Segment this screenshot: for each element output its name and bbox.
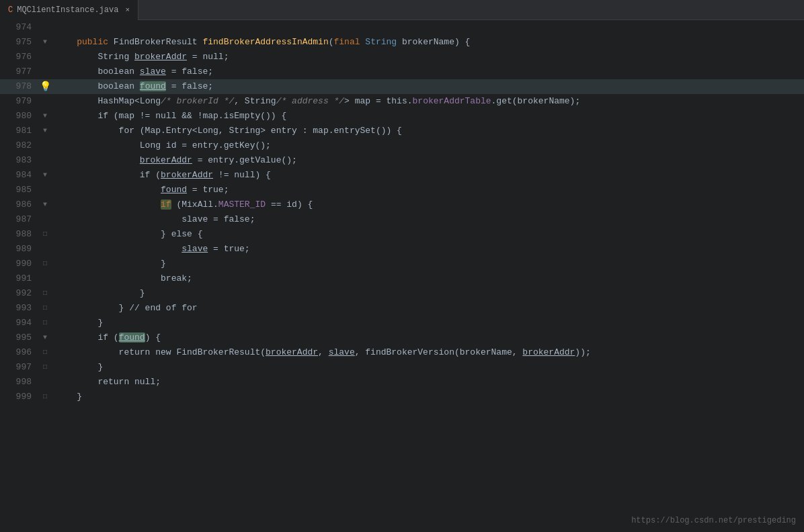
code-token: break;: [56, 273, 192, 283]
line-content: String brokerAddr = null;: [53, 50, 804, 64]
code-token: } // end of for: [56, 303, 198, 313]
line-content: return null;: [53, 375, 804, 390]
code-token: , findBrokerVersion(brokerName,: [355, 347, 523, 357]
unfold-icon[interactable]: □: [43, 360, 47, 375]
code-token: = null;: [187, 52, 229, 62]
line-number: 988: [0, 227, 37, 242]
code-token: if (map != null && !map.isEmpty()) {: [56, 111, 286, 121]
line-content: slave = true;: [53, 242, 804, 257]
line-content: return new FindBrokerResult(brokerAddr, …: [53, 345, 804, 360]
code-token: brokerAddrTable: [413, 96, 491, 106]
code-token: brokerName: [402, 37, 454, 47]
table-row: 987 slave = false;: [0, 212, 804, 227]
code-token: slave: [182, 244, 208, 254]
code-token: = false;: [166, 66, 213, 77]
code-token: ,: [318, 347, 329, 357]
code-token: found: [119, 332, 145, 343]
line-content: }: [53, 257, 804, 271]
line-number: 992: [0, 286, 37, 301]
code-token: > map = this.: [344, 96, 412, 106]
line-number: 976: [0, 50, 37, 64]
code-token: brokerAddr: [161, 170, 213, 180]
line-content: Long id = entry.getKey();: [53, 138, 804, 153]
code-token: }: [56, 259, 166, 269]
line-number: 983: [0, 153, 37, 168]
unfold-icon[interactable]: □: [43, 316, 47, 330]
unfold-icon[interactable]: □: [43, 227, 47, 242]
tab-file-icon: C: [8, 5, 13, 15]
table-row: 977 boolean slave = false;: [0, 64, 804, 79]
code-token: }: [56, 392, 82, 402]
line-number: 991: [0, 271, 37, 286]
table-row: 984▼ if (brokerAddr != null) {: [0, 168, 804, 183]
code-token: if (: [56, 170, 161, 180]
line-number: 982: [0, 138, 37, 153]
line-gutter: 💡: [37, 79, 53, 94]
table-row: 975▼ public FindBrokerResult findBrokerA…: [0, 35, 804, 50]
line-gutter: □: [37, 227, 53, 242]
code-token: = entry.getValue();: [192, 155, 297, 165]
fold-icon[interactable]: ▼: [43, 109, 47, 124]
tab-filename: MQClientInstance.java: [17, 5, 118, 15]
code-token: = true;: [187, 185, 229, 195]
code-token: <Long, String>: [192, 126, 266, 136]
line-content: }: [53, 360, 804, 375]
line-content: }: [53, 316, 804, 330]
code-token: FindBrokerResult: [108, 37, 202, 47]
line-content: break;: [53, 271, 804, 286]
line-number: 993: [0, 301, 37, 316]
table-row: 974: [0, 20, 804, 35]
unfold-icon[interactable]: □: [43, 345, 47, 360]
line-gutter: ▼: [37, 168, 53, 183]
table-row: 978💡 boolean found = false;: [0, 79, 804, 94]
table-row: 983 brokerAddr = entry.getValue();: [0, 153, 804, 168]
line-number: 984: [0, 168, 37, 183]
code-token: <Long: [134, 96, 161, 106]
unfold-icon[interactable]: □: [43, 390, 47, 404]
table-row: 988□ } else {: [0, 227, 804, 242]
code-token: [56, 244, 182, 254]
line-number: 978: [0, 79, 37, 94]
table-row: 997□ }: [0, 360, 804, 375]
line-gutter: ▼: [37, 330, 53, 345]
line-content: } else {: [53, 227, 804, 242]
line-number: 986: [0, 197, 37, 212]
code-token: .get(brokerName);: [491, 96, 581, 106]
code-token: (MixAll.: [171, 200, 218, 210]
code-token: boolean: [56, 81, 140, 91]
editor-container: 974975▼ public FindBrokerResult findBrok…: [0, 20, 804, 532]
code-token: return null;: [56, 377, 161, 387]
line-number: 980: [0, 109, 37, 124]
fold-icon[interactable]: ▼: [43, 330, 47, 345]
table-row: 979 HashMap<Long/* brokerId */, String/*…: [0, 94, 804, 109]
fold-icon[interactable]: ▼: [43, 168, 47, 183]
code-token: findBrokerAddressInAdmin: [202, 37, 328, 47]
code-token: (: [329, 37, 334, 47]
unfold-icon[interactable]: □: [43, 257, 47, 271]
line-gutter: □: [37, 316, 53, 330]
code-token: Long id = entry.getKey();: [56, 140, 271, 150]
unfold-icon[interactable]: □: [43, 301, 47, 316]
line-content: boolean slave = false;: [53, 64, 804, 79]
bulb-icon: 💡: [40, 79, 51, 94]
line-number: 974: [0, 20, 37, 35]
code-token: String: [360, 37, 402, 47]
code-token: [56, 200, 161, 210]
line-number: 990: [0, 257, 37, 271]
code-token: slave: [329, 347, 355, 357]
line-content: found = true;: [53, 183, 804, 197]
table-row: 992□ }: [0, 286, 804, 301]
line-gutter: ▼: [37, 197, 53, 212]
code-token: brokerAddr: [140, 155, 192, 165]
line-gutter: □: [37, 257, 53, 271]
fold-icon[interactable]: ▼: [43, 197, 47, 212]
fold-icon[interactable]: ▼: [43, 35, 47, 50]
code-token: [56, 155, 140, 165]
unfold-icon[interactable]: □: [43, 286, 47, 301]
code-token: != null) {: [213, 170, 271, 180]
code-token: String: [56, 52, 134, 62]
tab-close-button[interactable]: ×: [125, 6, 130, 14]
line-content: }: [53, 286, 804, 301]
editor-tab[interactable]: C MQClientInstance.java ×: [0, 0, 138, 20]
fold-icon[interactable]: ▼: [43, 124, 47, 138]
